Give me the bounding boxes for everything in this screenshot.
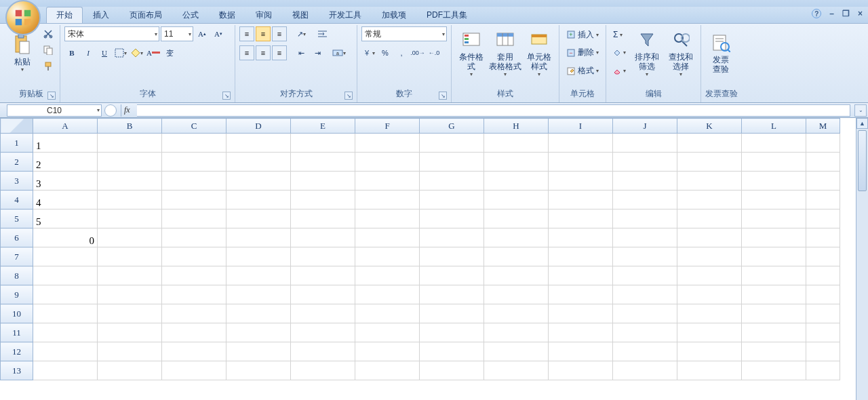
merge-center-button[interactable]: a▾ [332, 45, 347, 60]
cell[interactable] [291, 134, 355, 153]
row-header-2[interactable]: 2 [1, 153, 33, 172]
align-bottom-button[interactable]: ≡ [272, 26, 287, 41]
cell[interactable] [484, 342, 549, 361]
cell[interactable] [613, 172, 677, 191]
col-header-K[interactable]: K [677, 119, 742, 134]
cell[interactable] [549, 342, 613, 361]
restore-button[interactable]: ❐ [842, 9, 850, 18]
insert-function-button[interactable]: fx [121, 104, 133, 117]
tab-review[interactable]: 审阅 [245, 7, 282, 23]
bold-button[interactable]: B [64, 45, 79, 60]
cell[interactable] [677, 191, 742, 209]
copy-button[interactable] [41, 43, 56, 58]
cell[interactable] [33, 266, 98, 285]
cell[interactable] [420, 304, 484, 323]
cell[interactable] [742, 323, 806, 342]
formula-bar[interactable] [137, 104, 850, 117]
cell[interactable] [162, 285, 226, 304]
increase-indent-button[interactable]: ⇥ [310, 45, 325, 60]
alignment-launcher[interactable]: ↘ [344, 92, 353, 100]
tab-developer[interactable]: 开发工具 [319, 7, 372, 23]
comma-button[interactable]: , [394, 45, 409, 60]
row-header-4[interactable]: 4 [1, 191, 33, 209]
cell[interactable] [742, 285, 806, 304]
shrink-font-button[interactable]: A▾ [211, 26, 226, 41]
cell[interactable] [226, 134, 291, 153]
cell[interactable] [677, 228, 742, 247]
cell[interactable] [742, 266, 806, 285]
increase-decimal-button[interactable]: .00→ [410, 45, 425, 60]
invoice-check-button[interactable]: 发票 查验 [705, 26, 736, 79]
cell[interactable] [806, 323, 840, 342]
cell[interactable] [98, 247, 162, 266]
insert-cells-button[interactable]: +插入▾ [564, 28, 601, 41]
col-header-J[interactable]: J [613, 119, 677, 134]
cell[interactable] [226, 342, 291, 361]
cell[interactable] [677, 342, 742, 361]
find-select-button[interactable]: 查找和 选择▾ [665, 26, 696, 79]
decrease-indent-button[interactable]: ⇤ [294, 45, 309, 60]
cut-button[interactable] [41, 26, 56, 41]
cell[interactable] [98, 266, 162, 285]
cell[interactable] [549, 247, 613, 266]
cell[interactable] [291, 191, 355, 209]
cell[interactable] [162, 209, 226, 228]
scroll-thumb[interactable] [858, 130, 867, 191]
cell[interactable] [613, 342, 677, 361]
cell[interactable] [420, 266, 484, 285]
percent-button[interactable]: % [378, 45, 393, 60]
cell[interactable] [549, 153, 613, 172]
cell[interactable] [806, 172, 840, 191]
name-box[interactable]: C10▾ [7, 104, 102, 117]
format-cells-button[interactable]: 格式▾ [564, 64, 601, 78]
cell[interactable] [291, 323, 355, 342]
cell[interactable] [549, 228, 613, 247]
cell[interactable] [677, 134, 742, 153]
cell[interactable] [355, 134, 420, 153]
row-header-13[interactable]: 13 [1, 361, 33, 380]
cell[interactable] [549, 323, 613, 342]
align-middle-button[interactable]: ≡ [256, 26, 271, 41]
cell[interactable] [549, 134, 613, 153]
cell[interactable] [355, 304, 420, 323]
cell[interactable] [420, 172, 484, 191]
cell[interactable] [742, 209, 806, 228]
cell[interactable] [98, 172, 162, 191]
cell[interactable] [162, 323, 226, 342]
cell[interactable] [33, 361, 98, 380]
cell[interactable] [677, 323, 742, 342]
spreadsheet-grid[interactable]: A B C D E F G H I J K L M 11 22 33 44 55… [0, 118, 840, 380]
cell[interactable] [613, 209, 677, 228]
col-header-E[interactable]: E [291, 119, 355, 134]
row-header-3[interactable]: 3 [1, 172, 33, 191]
cell[interactable] [484, 247, 549, 266]
cell[interactable] [420, 191, 484, 209]
cell[interactable] [355, 172, 420, 191]
row-header-9[interactable]: 9 [1, 285, 33, 304]
cell[interactable] [742, 247, 806, 266]
cell[interactable] [742, 304, 806, 323]
cell[interactable] [484, 304, 549, 323]
cell[interactable] [549, 361, 613, 380]
vertical-scrollbar[interactable]: ▲ [856, 118, 868, 400]
cell[interactable] [98, 304, 162, 323]
cell[interactable] [98, 209, 162, 228]
cell[interactable] [677, 361, 742, 380]
cell[interactable] [484, 191, 549, 209]
tab-data[interactable]: 数据 [209, 7, 245, 23]
cell[interactable] [355, 323, 420, 342]
cell[interactable] [420, 228, 484, 247]
cell[interactable] [33, 247, 98, 266]
minimize-button[interactable]: – [829, 9, 834, 18]
cell[interactable] [226, 266, 291, 285]
cell[interactable] [162, 304, 226, 323]
cell[interactable] [98, 342, 162, 361]
cell[interactable] [98, 134, 162, 153]
cell[interactable] [806, 247, 840, 266]
cell[interactable] [484, 134, 549, 153]
cell[interactable] [484, 153, 549, 172]
underline-button[interactable]: U [97, 45, 112, 60]
cell[interactable] [806, 342, 840, 361]
cell[interactable] [484, 323, 549, 342]
cell[interactable] [484, 285, 549, 304]
